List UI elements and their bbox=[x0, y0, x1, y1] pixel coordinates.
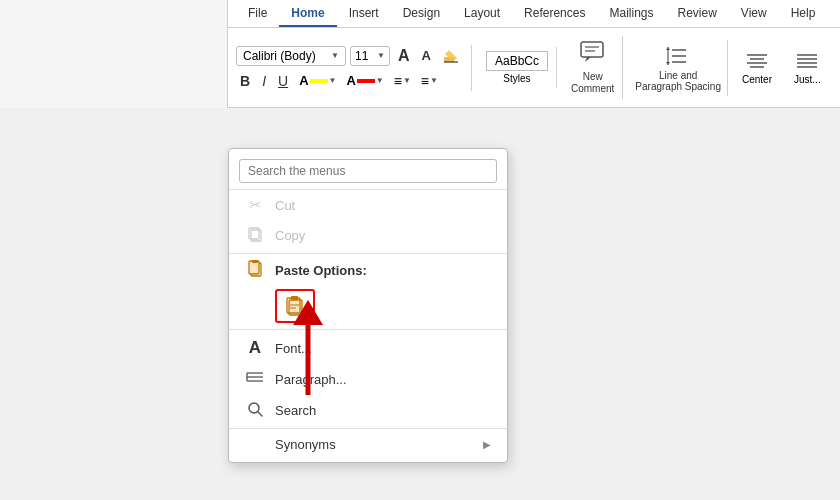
line-spacing-label: Line andParagraph Spacing bbox=[635, 70, 721, 92]
tab-design[interactable]: Design bbox=[391, 2, 452, 27]
numbering-button[interactable]: ≡ ▼ bbox=[418, 71, 441, 91]
font-size-selector[interactable]: 11 ▼ bbox=[350, 46, 390, 66]
paste-options-row bbox=[229, 285, 507, 327]
menu-item-paragraph[interactable]: Paragraph... bbox=[229, 364, 507, 395]
paste-options-section: Paste Options: bbox=[229, 256, 507, 285]
ribbon: Calibri (Body) ▼ 11 ▼ A A B I U A bbox=[228, 28, 840, 108]
font-grow-button[interactable]: A bbox=[394, 45, 414, 67]
paragraph-menu-label: Paragraph... bbox=[275, 372, 347, 387]
font-shrink-button[interactable]: A bbox=[418, 46, 435, 65]
line-spacing-button[interactable]: Line andParagraph Spacing bbox=[629, 40, 728, 96]
styles-button[interactable]: AaBbCc Styles bbox=[478, 47, 557, 88]
italic-button[interactable]: I bbox=[258, 71, 270, 91]
center-button[interactable]: Center bbox=[734, 46, 780, 89]
synonyms-label: Synonyms bbox=[275, 437, 336, 452]
center-label: Center bbox=[742, 74, 772, 85]
underline-button[interactable]: U bbox=[274, 71, 292, 91]
menu-item-cut: ✂ Cut bbox=[229, 190, 507, 220]
cut-icon: ✂ bbox=[245, 196, 265, 214]
highlight-a-label: A bbox=[299, 73, 308, 88]
font-color-dropdown-icon: ▼ bbox=[376, 76, 384, 85]
paste-keep-source-button[interactable] bbox=[275, 289, 315, 323]
search-box bbox=[229, 153, 507, 190]
font-color-bar bbox=[357, 79, 375, 83]
font-selector[interactable]: Calibri (Body) ▼ bbox=[236, 46, 346, 66]
justify-label: Just... bbox=[794, 74, 821, 85]
svg-line-36 bbox=[258, 412, 262, 416]
menu-item-synonyms[interactable]: Synonyms ▶ bbox=[229, 431, 507, 458]
tab-review[interactable]: Review bbox=[665, 2, 728, 27]
highlight-color-bar bbox=[310, 79, 328, 83]
font-size-dropdown-icon: ▼ bbox=[377, 51, 385, 60]
tab-file[interactable]: File bbox=[236, 2, 279, 27]
clear-format-button[interactable] bbox=[439, 46, 463, 66]
search-menu-icon bbox=[245, 401, 265, 420]
font-color-a-label: A bbox=[346, 73, 355, 88]
separator-3 bbox=[229, 428, 507, 429]
paste-section-icon bbox=[245, 260, 265, 281]
menu-item-copy: Copy bbox=[229, 220, 507, 251]
tab-insert[interactable]: Insert bbox=[337, 2, 391, 27]
copy-label: Copy bbox=[275, 228, 305, 243]
menu-item-font[interactable]: A Font... bbox=[229, 332, 507, 364]
separator-1 bbox=[229, 253, 507, 254]
styles-preview: AaBbCc bbox=[495, 54, 539, 68]
justify-icon bbox=[795, 50, 819, 74]
numbering-dropdown-icon: ▼ bbox=[430, 76, 438, 85]
tab-mailings[interactable]: Mailings bbox=[597, 2, 665, 27]
font-dropdown-icon: ▼ bbox=[331, 51, 339, 60]
eraser-icon bbox=[443, 48, 459, 64]
center-icon bbox=[745, 50, 769, 74]
new-comment-label: NewComment bbox=[571, 71, 614, 95]
tab-references[interactable]: References bbox=[512, 2, 597, 27]
font-name-label: Calibri (Body) bbox=[243, 49, 316, 63]
paragraph-menu-icon bbox=[245, 370, 265, 389]
search-menu-label: Search bbox=[275, 403, 316, 418]
font-row2: B I U A ▼ A ▼ ≡ ▼ ≡ ▼ bbox=[236, 71, 463, 91]
font-menu-icon: A bbox=[245, 338, 265, 358]
menu-item-search[interactable]: Search bbox=[229, 395, 507, 426]
comment-icon bbox=[579, 40, 607, 69]
svg-marker-11 bbox=[666, 47, 670, 50]
bullets-icon: ≡ bbox=[394, 73, 402, 89]
svg-rect-28 bbox=[291, 296, 298, 300]
bold-button[interactable]: B bbox=[236, 71, 254, 91]
line-spacing-icon bbox=[664, 44, 692, 68]
paste-options-label: Paste Options: bbox=[275, 263, 367, 278]
font-row1: Calibri (Body) ▼ 11 ▼ A A bbox=[236, 45, 463, 67]
cut-label: Cut bbox=[275, 198, 295, 213]
menu-search-input[interactable] bbox=[239, 159, 497, 183]
new-comment-button[interactable]: NewComment bbox=[563, 36, 623, 99]
font-size-label: 11 bbox=[355, 49, 368, 63]
tab-layout[interactable]: Layout bbox=[452, 2, 512, 27]
styles-box: AaBbCc bbox=[486, 51, 548, 71]
ribbon-tabs: File Home Insert Design Layout Reference… bbox=[228, 0, 840, 28]
numbering-icon: ≡ bbox=[421, 73, 429, 89]
context-menu: ✂ Cut Copy Paste Options: bbox=[228, 148, 508, 463]
svg-rect-3 bbox=[581, 42, 603, 57]
synonyms-arrow-icon: ▶ bbox=[483, 439, 491, 450]
tab-help[interactable]: Help bbox=[779, 2, 828, 27]
svg-marker-12 bbox=[666, 62, 670, 65]
bullets-dropdown-icon: ▼ bbox=[403, 76, 411, 85]
font-color-button[interactable]: A ▼ bbox=[343, 71, 386, 90]
paste-clipboard-icon bbox=[285, 295, 305, 317]
font-group: Calibri (Body) ▼ 11 ▼ A A B I U A bbox=[236, 45, 472, 91]
copy-icon bbox=[245, 226, 265, 245]
highlight-button[interactable]: A ▼ bbox=[296, 71, 339, 90]
styles-label: Styles bbox=[503, 73, 530, 84]
svg-rect-25 bbox=[252, 260, 258, 263]
separator-2 bbox=[229, 329, 507, 330]
tab-home[interactable]: Home bbox=[279, 2, 336, 27]
bullets-button[interactable]: ≡ ▼ bbox=[391, 71, 414, 91]
highlight-dropdown-icon: ▼ bbox=[329, 76, 337, 85]
font-menu-label: Font... bbox=[275, 341, 312, 356]
justify-button[interactable]: Just... bbox=[786, 46, 829, 89]
tab-view[interactable]: View bbox=[729, 2, 779, 27]
